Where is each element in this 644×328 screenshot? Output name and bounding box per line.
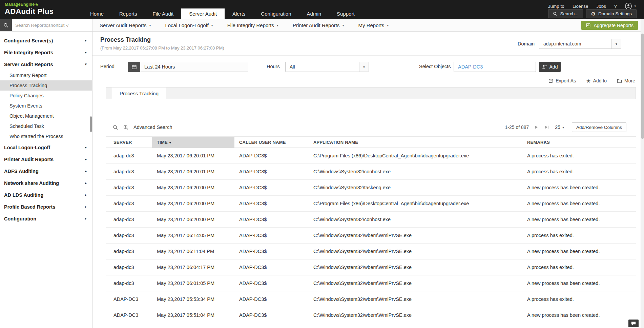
- sidebar-item-file-integrity-reports[interactable]: File Integrity Reports ▸: [0, 46, 92, 58]
- domain-settings-button[interactable]: ⚙ Domain Settings: [586, 9, 637, 18]
- product-name: ADAudit Plus: [5, 7, 54, 16]
- page-size-dropdown[interactable]: 25 ▾: [555, 124, 564, 130]
- help-icon[interactable]: ?: [614, 4, 617, 9]
- menu-file-integrity-reports[interactable]: File Integrity Reports ▾: [220, 19, 286, 31]
- tab-configuration[interactable]: Configuration: [253, 8, 299, 19]
- menu-printer-audit-reports[interactable]: Printer Audit Reports ▾: [286, 19, 351, 31]
- top-utility-links: Jump to License Jobs ? ▾: [548, 2, 636, 10]
- menu-my-reports[interactable]: My Reports ▾: [351, 19, 396, 31]
- page-scrollbar: [641, 19, 644, 328]
- table-row: adap-dc3May 23,2017 06:20:00 PMADAP-DC3$…: [106, 196, 636, 212]
- sidebar-item-policy-changes[interactable]: Policy Changes: [0, 91, 92, 101]
- process-tracking-table: SERVER TIME▾ CALLER USER NAME APPLICATIO…: [106, 136, 636, 323]
- brand-logo[interactable]: ManageEngine ADAudit Plus: [5, 2, 54, 16]
- sidebar-item-configured-servers[interactable]: Configured Server(s) ▸: [0, 35, 92, 46]
- jump-to-link[interactable]: Jump to: [548, 4, 564, 9]
- add-remove-columns-button[interactable]: Add/Remove Columns: [572, 122, 626, 132]
- tab-support[interactable]: Support: [329, 8, 362, 19]
- calendar-icon: [131, 64, 137, 70]
- tab-file-audit[interactable]: File Audit: [145, 8, 182, 19]
- domain-label: Domain: [518, 41, 535, 46]
- advanced-search-button[interactable]: [123, 124, 129, 130]
- grid-search-button[interactable]: [112, 124, 118, 130]
- tab-server-audit[interactable]: Server Audit: [181, 8, 225, 19]
- domain-selector: Domain adap.internal.com ▾: [518, 37, 621, 51]
- tab-process-tracking[interactable]: Process Tracking: [112, 87, 166, 99]
- add-to-button[interactable]: ★ Add to: [586, 78, 607, 83]
- sidebar-item-profile-based-reports[interactable]: Profile Based Reports ▸: [0, 201, 92, 213]
- domain-select[interactable]: adap.internal.com ▾: [539, 39, 621, 49]
- column-header-remarks[interactable]: REMARKS: [522, 137, 636, 148]
- chevron-right-icon: ▸: [85, 50, 87, 55]
- tab-reports[interactable]: Reports: [111, 8, 145, 19]
- main-content: Process Tracking (From May 22,2017 06:27…: [92, 32, 644, 328]
- export-as-button[interactable]: Export As: [548, 78, 576, 83]
- tab-alerts[interactable]: Alerts: [225, 8, 253, 19]
- report-search-button[interactable]: [0, 19, 12, 31]
- sidebar-item-object-management[interactable]: Object Management: [0, 111, 92, 121]
- sidebar-item-adfs-auditing[interactable]: ADFS Auditing ▸: [0, 165, 92, 177]
- feedback-chat-button[interactable]: [628, 320, 639, 327]
- license-link[interactable]: License: [573, 4, 588, 9]
- next-page-button[interactable]: [534, 124, 539, 130]
- column-header-caller-user-name[interactable]: CALLER USER NAME: [234, 137, 309, 148]
- title-bar: Process Tracking (From May 22,2017 06:27…: [92, 32, 644, 56]
- sidebar-scrollbar-thumb[interactable]: [90, 116, 92, 132]
- search-icon: [553, 12, 557, 16]
- hours-select[interactable]: All ▾: [285, 62, 369, 72]
- sidebar-item-process-tracking[interactable]: Process Tracking: [0, 80, 92, 91]
- avatar-icon: [625, 2, 632, 10]
- menu-server-audit-reports[interactable]: Server Audit Reports ▾: [92, 19, 158, 31]
- report-date-range: (From May 22,2017 06:27:08 PM to May 23,…: [100, 45, 224, 51]
- period-input[interactable]: [140, 62, 248, 72]
- pagination-range: 1-25 of 887: [505, 124, 529, 130]
- report-search-input[interactable]: [12, 19, 92, 31]
- sidebar-item-configuration[interactable]: Configuration ▸: [0, 213, 92, 225]
- last-page-icon: [545, 125, 549, 129]
- sidebar-item-server-audit-reports[interactable]: Server Audit Reports ▾: [0, 58, 92, 70]
- select-objects-input[interactable]: [454, 62, 536, 72]
- add-object-button[interactable]: Add: [539, 62, 561, 72]
- sidebar-item-network-share-auditing[interactable]: Network share Auditing ▸: [0, 177, 92, 189]
- filter-row: Period Hours All ▾ Select Objects: [92, 62, 644, 72]
- report-tab-strip: Process Tracking: [106, 87, 636, 99]
- sidebar-item-printer-audit-reports[interactable]: Printer Audit Reports ▸: [0, 153, 92, 165]
- grid-toolbar: Advanced Search 1-25 of 887: [106, 122, 636, 132]
- table-row: ADAP-DC3May 23,2017 05:51:04 PMADAP-DC3$…: [106, 307, 636, 323]
- select-objects-label: Select Objects: [419, 64, 451, 69]
- tab-home[interactable]: Home: [82, 8, 111, 19]
- sidebar-item-ad-lds-auditing[interactable]: AD LDS Auditing ▸: [0, 189, 92, 201]
- more-icon: [617, 78, 622, 83]
- sidebar-item-local-logon-logoff[interactable]: Local Logon-Logoff ▸: [0, 141, 92, 153]
- chevron-down-icon: ▾: [359, 62, 369, 72]
- chevron-right-icon: ▸: [85, 38, 87, 43]
- advanced-search-label[interactable]: Advanced Search: [133, 124, 172, 130]
- sidebar-item-system-events[interactable]: System Events: [0, 101, 92, 111]
- sidebar-item-summary-report[interactable]: Summary Report: [0, 70, 92, 80]
- table-row: adap-dc3May 23,2017 06:01:05 PMADAP-DC3$…: [106, 275, 636, 291]
- global-search-button[interactable]: Search...: [548, 9, 583, 18]
- tab-admin[interactable]: Admin: [299, 8, 329, 19]
- page-scrollbar-thumb[interactable]: [641, 34, 644, 139]
- column-header-time[interactable]: TIME▾: [152, 137, 234, 148]
- manageengine-logo: ManageEngine: [5, 2, 54, 7]
- advanced-search-icon: [123, 124, 129, 130]
- chevron-down-icon: ▾: [634, 4, 636, 8]
- chevron-right-icon: ▸: [85, 157, 87, 161]
- column-header-application-name[interactable]: APPLICATION NAME: [309, 137, 522, 148]
- user-add-icon: [542, 64, 547, 69]
- calendar-button[interactable]: [128, 62, 140, 72]
- jobs-link[interactable]: Jobs: [596, 4, 606, 9]
- user-menu[interactable]: ▾: [625, 2, 636, 10]
- column-header-server[interactable]: SERVER: [106, 137, 152, 148]
- aggregate-reports-button[interactable]: Aggregate Reports: [581, 21, 638, 30]
- more-button[interactable]: More: [617, 78, 635, 83]
- menu-local-logon-logoff[interactable]: Local Logon-Logoff ▾: [158, 19, 220, 31]
- sidebar-item-who-started-the-process[interactable]: Who started the Process: [0, 131, 92, 141]
- sidebar-item-scheduled-task[interactable]: Scheduled Task: [0, 121, 92, 131]
- last-page-button[interactable]: [544, 124, 550, 130]
- chat-icon: [631, 321, 636, 326]
- table-row: adap-dc3May 23,2017 06:20:00 PMADAP-DC3$…: [106, 180, 636, 196]
- table-row: adap-dc3May 23,2017 06:20:00 PMADAP-DC3$…: [106, 212, 636, 228]
- chevron-right-icon: ▸: [85, 145, 87, 150]
